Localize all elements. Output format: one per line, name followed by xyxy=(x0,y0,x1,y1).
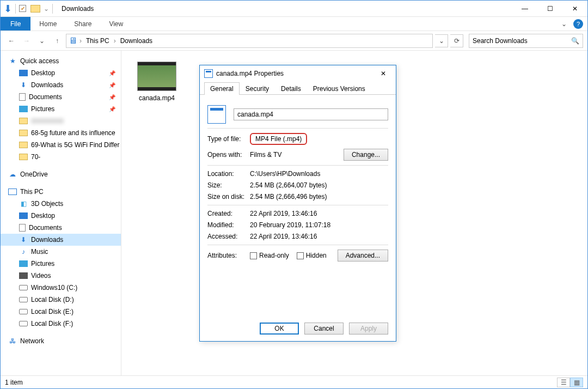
network-icon: 🖧 xyxy=(8,337,17,345)
pin-icon: 📌 xyxy=(109,94,115,100)
dialog-close-button[interactable]: ✕ xyxy=(375,68,391,80)
file-tab[interactable]: File xyxy=(1,17,30,31)
cloud-icon: ☁ xyxy=(8,170,17,179)
tab-share[interactable]: Share xyxy=(65,17,100,31)
sidebar-item-videos[interactable]: Videos xyxy=(1,270,121,282)
search-box[interactable]: Search Downloads 🔍 xyxy=(469,34,583,48)
collapse-ribbon-icon[interactable]: ⌄ xyxy=(557,17,571,31)
modified-label: Modified: xyxy=(207,221,250,229)
filetype-icon xyxy=(207,105,226,124)
sidebar-item-thispc[interactable]: This PC xyxy=(1,186,121,198)
forward-button: → xyxy=(20,34,33,47)
size-on-disk-label: Size on disk: xyxy=(207,193,250,200)
opens-with-value: Films & TV xyxy=(250,151,281,159)
back-button[interactable]: ← xyxy=(5,34,18,47)
down-arrow-icon[interactable]: ⬇ xyxy=(4,3,12,15)
address-dropdown-button[interactable]: ⌄ xyxy=(435,34,448,47)
type-label: Type of file: xyxy=(207,135,250,143)
sidebar-item-folder[interactable] xyxy=(1,115,121,127)
opens-with-label: Opens with: xyxy=(207,151,250,159)
details-view-button[interactable]: ☰ xyxy=(557,378,570,387)
music-icon: ♪ xyxy=(19,247,28,256)
drive-icon xyxy=(19,309,28,314)
video-file-icon xyxy=(204,69,213,78)
size-on-disk-value: 2.54 MB (2,666,496 bytes) xyxy=(250,193,327,200)
tab-view[interactable]: View xyxy=(100,17,132,31)
sidebar-item-pictures[interactable]: Pictures📌 xyxy=(1,103,121,115)
cancel-button[interactable]: Cancel xyxy=(304,323,344,335)
maximize-button[interactable]: ☐ xyxy=(537,1,562,17)
pc-icon xyxy=(8,189,17,195)
sidebar-item-folder[interactable]: 68-5g future and its influence xyxy=(1,127,121,139)
apply-button: Apply xyxy=(349,323,388,335)
sidebar-item-drive-c[interactable]: Windows10 (C:) xyxy=(1,282,121,294)
modified-value: 20 February 2019, 11:07:18 xyxy=(250,221,330,229)
sidebar-item-onedrive[interactable]: ☁OneDrive xyxy=(1,168,121,180)
downloads-icon: ⬇ xyxy=(19,81,28,89)
properties-dialog: canada.mp4 Properties ✕ General Security… xyxy=(199,65,396,342)
qat-dropdown-icon[interactable]: ⌄ xyxy=(44,5,49,13)
video-icon xyxy=(19,272,28,279)
sidebar-item-folder[interactable]: 69-What is 5G WiFi Find Differ xyxy=(1,139,121,151)
sidebar-item-music[interactable]: ♪Music xyxy=(1,246,121,258)
sidebar-item-desktop2[interactable]: Desktop xyxy=(1,210,121,222)
created-value: 22 April 2019, 13:46:16 xyxy=(250,210,317,217)
sidebar-item-3dobjects[interactable]: ◧3D Objects xyxy=(1,198,121,210)
file-item[interactable]: canada.mp4 xyxy=(132,62,181,102)
change-button[interactable]: Change... xyxy=(344,149,388,161)
attributes-label: Attributes: xyxy=(207,252,250,259)
sidebar-item-desktop[interactable]: Desktop📌 xyxy=(1,67,121,79)
folder-icon xyxy=(19,154,28,160)
pin-icon: 📌 xyxy=(109,106,115,112)
sidebar-item-folder[interactable]: 70- xyxy=(1,151,121,163)
navigation-bar: ← → ⌄ ↑ 🖥 › This PC › Downloads ⌄ ⟳ Sear… xyxy=(1,31,587,51)
accessed-label: Accessed: xyxy=(207,233,250,240)
refresh-button[interactable]: ⟳ xyxy=(450,34,463,47)
dialog-title-bar[interactable]: canada.mp4 Properties ✕ xyxy=(200,65,396,82)
icons-view-button[interactable]: ▦ xyxy=(570,378,583,387)
tab-details[interactable]: Details xyxy=(275,82,307,95)
sidebar-item-drive-f[interactable]: Local Disk (F:) xyxy=(1,318,121,330)
sidebar-item-downloads2[interactable]: ⬇Downloads xyxy=(1,234,121,246)
pin-icon: 📌 xyxy=(109,70,115,76)
chevron-right-icon[interactable]: › xyxy=(78,37,83,45)
tab-general[interactable]: General xyxy=(204,82,240,95)
filename-input[interactable]: canada.mp4 xyxy=(234,108,388,120)
drive-icon xyxy=(19,285,28,290)
sidebar-item-downloads[interactable]: ⬇Downloads📌 xyxy=(1,79,121,91)
tab-security[interactable]: Security xyxy=(240,82,275,95)
tab-home[interactable]: Home xyxy=(30,17,65,31)
breadcrumb-thispc[interactable]: This PC xyxy=(84,37,112,45)
advanced-button[interactable]: Advanced... xyxy=(338,250,388,262)
search-icon: 🔍 xyxy=(571,37,579,45)
status-text: 1 item xyxy=(5,379,23,386)
recent-locations-button[interactable]: ⌄ xyxy=(35,34,48,47)
help-icon[interactable]: ? xyxy=(573,19,583,29)
hidden-checkbox[interactable]: Hidden xyxy=(297,252,327,259)
sidebar-item-documents[interactable]: Documents📌 xyxy=(1,91,121,103)
status-bar: 1 item ☰ ▦ xyxy=(1,375,587,388)
folder-icon xyxy=(19,142,28,148)
minimize-button[interactable]: — xyxy=(512,1,537,17)
drive-icon xyxy=(19,321,28,326)
tab-previous-versions[interactable]: Previous Versions xyxy=(307,82,371,95)
close-button[interactable]: ✕ xyxy=(562,1,587,17)
sidebar-item-drive-e[interactable]: Local Disk (E:) xyxy=(1,306,121,318)
up-button[interactable]: ↑ xyxy=(51,34,64,47)
size-value: 2.54 MB (2,664,007 bytes) xyxy=(250,181,327,189)
properties-quick-icon[interactable]: ✔ xyxy=(19,5,26,12)
breadcrumb-downloads[interactable]: Downloads xyxy=(118,37,155,45)
address-bar[interactable]: 🖥 › This PC › Downloads xyxy=(66,34,433,48)
ok-button[interactable]: OK xyxy=(260,323,299,335)
quick-access-header[interactable]: ★Quick access xyxy=(1,55,121,67)
sidebar-item-network[interactable]: 🖧Network xyxy=(1,335,121,347)
chevron-right-icon[interactable]: › xyxy=(113,37,117,45)
sidebar-item-pictures2[interactable]: Pictures xyxy=(1,258,121,270)
documents-icon xyxy=(19,224,26,232)
sidebar-item-documents2[interactable]: Documents xyxy=(1,222,121,234)
sidebar-item-drive-d[interactable]: Local Disk (D:) xyxy=(1,294,121,306)
folder-quick-icon[interactable] xyxy=(30,5,40,13)
star-icon: ★ xyxy=(8,57,17,65)
folder-icon xyxy=(19,118,28,124)
readonly-checkbox[interactable]: Read-only xyxy=(250,252,289,259)
